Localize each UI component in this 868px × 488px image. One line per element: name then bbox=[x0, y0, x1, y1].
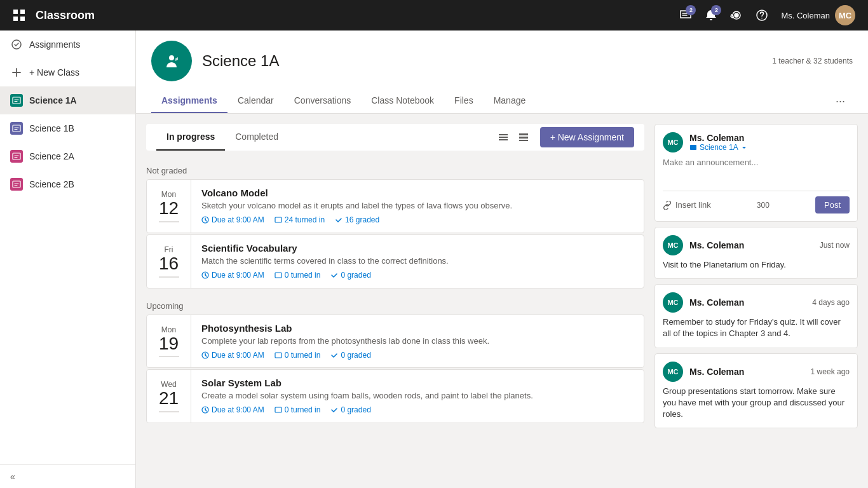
graded: 0 graded bbox=[330, 271, 370, 280]
new-assignment-label: + New Assignment bbox=[550, 132, 624, 142]
class-name: Science 1A bbox=[202, 52, 762, 70]
class-meta: 1 teacher & 32 students bbox=[772, 57, 853, 65]
assignment-date-solar: Wed 21 bbox=[147, 370, 191, 423]
feed-item-1: MC Ms. Coleman Just now Visit to the Pla… bbox=[654, 227, 858, 279]
turned-in: 0 turned in bbox=[275, 271, 321, 280]
svg-rect-8 bbox=[13, 97, 20, 104]
svg-rect-13 bbox=[499, 134, 508, 135]
feed-message-1: Visit to the Planetarium on Friday. bbox=[663, 259, 850, 271]
feed-avatar-2: MC bbox=[663, 292, 683, 313]
sidebar-collapse-button[interactable]: « bbox=[0, 464, 135, 488]
assignment-date-photo: Mon 19 bbox=[147, 315, 191, 368]
due-date: Due at 9:00 AM bbox=[201, 271, 264, 280]
class-tabs: Assignments Calendar Conversations Class… bbox=[151, 89, 853, 113]
assignment-desc: Sketch your volcano model as it erupts a… bbox=[201, 201, 634, 210]
sidebar-item-science2a[interactable]: Science 2A bbox=[0, 142, 135, 170]
chat-button[interactable]: 2 bbox=[674, 4, 697, 27]
class-header: Science 1A 1 teacher & 32 students Assig… bbox=[136, 30, 868, 114]
list-view-compact-button[interactable] bbox=[494, 128, 512, 146]
tab-assignments[interactable]: Assignments bbox=[151, 89, 227, 113]
day-name: Wed bbox=[161, 380, 176, 389]
tabs-more-button[interactable]: ··· bbox=[828, 90, 853, 113]
new-assignment-button[interactable]: + New Assignment bbox=[540, 127, 634, 147]
chat-badge: 2 bbox=[686, 5, 696, 15]
sidebar-item-assignments[interactable]: Assignments bbox=[0, 30, 135, 58]
sidebar-item-science1b[interactable]: Science 1B bbox=[0, 114, 135, 142]
tab-conversations[interactable]: Conversations bbox=[284, 89, 362, 113]
svg-rect-17 bbox=[519, 137, 528, 139]
assignment-card-volcano[interactable]: Mon 12 Volcano Model Sketch your volcano… bbox=[146, 179, 644, 233]
announcements-panel: MC Ms. Coleman Science 1A bbox=[654, 124, 858, 433]
notifications-button[interactable]: 2 bbox=[700, 4, 722, 27]
svg-rect-18 bbox=[519, 140, 528, 141]
date-line bbox=[159, 356, 179, 357]
feed-time-3: 1 week ago bbox=[811, 367, 850, 376]
subtab-completed[interactable]: Completed bbox=[225, 124, 288, 151]
settings-button[interactable] bbox=[725, 4, 748, 27]
feed-time-1: Just now bbox=[820, 241, 850, 250]
assignment-card-photo[interactable]: Mon 19 Photosynthesis Lab Complete your … bbox=[146, 315, 644, 369]
top-nav: Classroom 2 2 bbox=[0, 0, 868, 30]
tab-calendar[interactable]: Calendar bbox=[227, 89, 284, 113]
sidebar-item-science2b[interactable]: Science 2B bbox=[0, 170, 135, 198]
svg-rect-11 bbox=[13, 181, 20, 187]
user-menu[interactable]: Ms. Coleman MC bbox=[776, 5, 860, 25]
help-button[interactable] bbox=[750, 4, 773, 27]
content-split: In progress Completed bbox=[136, 114, 868, 444]
feed-avatar-3: MC bbox=[663, 362, 683, 382]
science2a-icon bbox=[10, 150, 23, 163]
svg-rect-15 bbox=[499, 139, 508, 140]
content-area: Science 1A 1 teacher & 32 students Assig… bbox=[136, 30, 868, 488]
day-num: 12 bbox=[159, 199, 179, 219]
assignment-title: Photosynthesis Lab bbox=[201, 323, 634, 334]
nav-actions: 2 2 Ms. Coleman MC bbox=[674, 4, 860, 27]
feed-name-1: Ms. Coleman bbox=[689, 240, 744, 250]
main-layout: Assignments + New Class Science 1A bbox=[0, 30, 868, 488]
feed-user-3: Ms. Coleman bbox=[689, 366, 804, 377]
svg-rect-20 bbox=[275, 217, 281, 222]
compose-user-name: Ms. Coleman bbox=[689, 133, 850, 143]
day-name: Fri bbox=[165, 245, 173, 254]
day-num: 16 bbox=[159, 254, 179, 274]
insert-link-label: Insert link bbox=[675, 200, 711, 210]
turned-in: 0 turned in bbox=[275, 405, 321, 414]
list-view-button[interactable] bbox=[515, 128, 532, 146]
sidebar-item-science1a[interactable]: Science 1A bbox=[0, 86, 135, 114]
assignment-title: Solar System Lab bbox=[201, 377, 634, 388]
sidebar-item-new-class[interactable]: + New Class bbox=[0, 58, 135, 86]
svg-rect-27 bbox=[690, 145, 696, 150]
svg-rect-10 bbox=[13, 153, 20, 159]
graded: 0 graded bbox=[330, 405, 370, 414]
svg-rect-0 bbox=[13, 10, 18, 14]
assignment-card-vocab[interactable]: Fri 16 Scientific Vocabulary Match the s… bbox=[146, 234, 644, 288]
svg-point-12 bbox=[169, 55, 174, 60]
user-avatar: MC bbox=[835, 5, 855, 25]
assignments-label: Assignments bbox=[29, 39, 80, 50]
assignment-desc: Create a model solar system using foam b… bbox=[201, 391, 634, 400]
feed-item-3: MC Ms. Coleman 1 week ago Group presenta… bbox=[654, 353, 858, 429]
grid-icon[interactable] bbox=[8, 4, 31, 27]
assignment-title: Scientific Vocabulary bbox=[201, 243, 634, 254]
assignment-body-volcano: Volcano Model Sketch your volcano model … bbox=[191, 180, 644, 233]
day-name: Mon bbox=[161, 190, 176, 199]
science1b-icon bbox=[10, 122, 23, 135]
assignment-title: Volcano Model bbox=[201, 187, 634, 198]
assignment-card-solar[interactable]: Wed 21 Solar System Lab Create a model s… bbox=[146, 369, 644, 423]
tab-files[interactable]: Files bbox=[444, 89, 484, 113]
feed-message-2: Remember to study for Friday's quiz. It … bbox=[663, 316, 850, 339]
sidebar: Assignments + New Class Science 1A bbox=[0, 30, 136, 488]
section-upcoming-label: Upcoming bbox=[146, 296, 644, 315]
sub-tabs-bar: In progress Completed bbox=[146, 124, 644, 151]
compose-class[interactable]: Science 1A bbox=[689, 143, 850, 152]
insert-link-button[interactable]: Insert link bbox=[663, 200, 711, 210]
tab-class-notebook[interactable]: Class Notebook bbox=[361, 89, 444, 113]
assignments-panel: In progress Completed bbox=[146, 124, 644, 433]
svg-rect-14 bbox=[499, 137, 508, 138]
tab-manage[interactable]: Manage bbox=[484, 89, 536, 113]
post-button[interactable]: Post bbox=[815, 196, 850, 214]
science2b-label: Science 2B bbox=[29, 179, 74, 189]
subtab-in-progress[interactable]: In progress bbox=[156, 124, 225, 151]
graded: 0 graded bbox=[330, 351, 370, 360]
compose-avatar: MC bbox=[663, 132, 683, 152]
announcement-input[interactable] bbox=[663, 158, 850, 183]
